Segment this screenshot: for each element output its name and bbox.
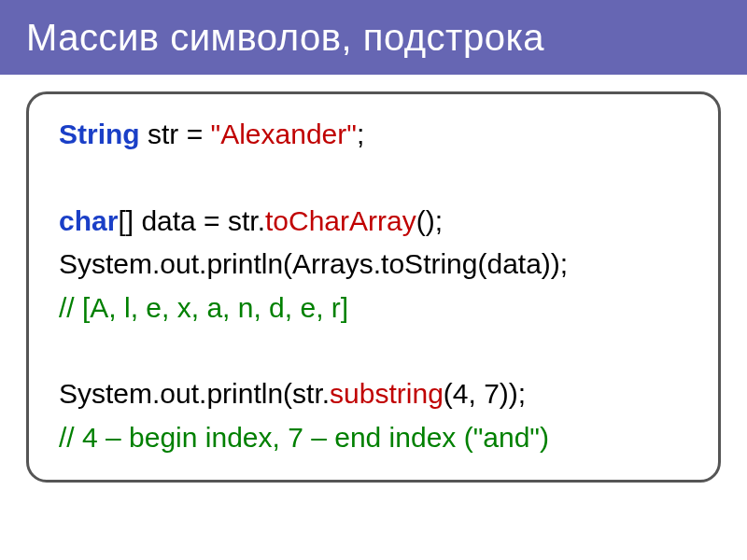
text: str = — [140, 119, 211, 149]
blank — [59, 157, 711, 200]
code-line-2: char[] data = str.toCharArray(); — [59, 200, 711, 244]
text: System.out.println(Arrays.toString(data)… — [59, 248, 568, 279]
slide-title: Массив символов, подстрока — [26, 17, 544, 59]
keyword-char: char — [59, 205, 118, 236]
text: ; — [357, 119, 364, 149]
string-literal: "Alexander" — [211, 119, 357, 149]
comment: // [A, l, e, x, a, n, d, e, r] — [59, 292, 348, 323]
text: System.out.println(str. — [59, 378, 330, 409]
code-line-3: System.out.println(Arrays.toString(data)… — [59, 243, 711, 287]
method-substring: substring — [330, 378, 444, 409]
comment: // 4 – begin index, 7 – end index ("and"… — [59, 422, 549, 453]
blank — [59, 329, 711, 372]
code-line-6: // 4 – begin index, 7 – end index ("and"… — [59, 416, 711, 460]
slide-title-bar: Массив символов, подстрока — [0, 0, 747, 75]
code-line-1: String str = "Alexander"; — [59, 113, 711, 157]
code-panel: String str = "Alexander"; char[] data = … — [26, 91, 721, 483]
text: (); — [416, 205, 443, 236]
keyword-string: String — [59, 119, 140, 149]
text: (4, 7)); — [444, 378, 526, 409]
method-tochararray: toCharArray — [265, 205, 416, 236]
text: [] data = str. — [118, 205, 265, 236]
code-line-4: // [A, l, e, x, a, n, d, e, r] — [59, 287, 711, 330]
code-line-5: System.out.println(str.substring(4, 7)); — [59, 372, 711, 416]
